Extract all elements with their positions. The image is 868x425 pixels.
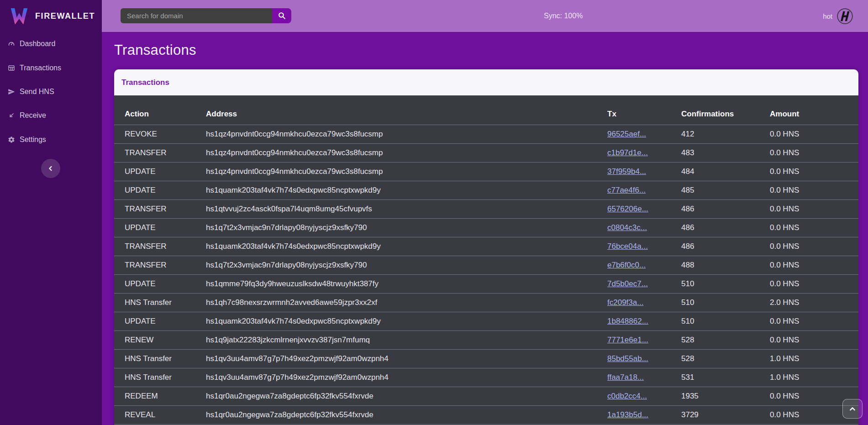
sidebar-item-settings[interactable]: Settings bbox=[0, 128, 102, 152]
chevron-up-icon bbox=[848, 404, 857, 414]
sidebar-item-dashboard[interactable]: Dashboard bbox=[0, 32, 102, 56]
confirmations-cell: 486 bbox=[681, 200, 770, 219]
sidebar-nav: Dashboard Transactions Send HNS Receive … bbox=[0, 32, 102, 152]
wallet-name: hot bbox=[823, 12, 832, 20]
firewallet-logo-icon bbox=[9, 7, 29, 26]
amount-cell: 0.0 HNS bbox=[770, 256, 858, 275]
tx-link[interactable]: 85bd55ab... bbox=[607, 354, 648, 363]
scroll-to-top-button[interactable] bbox=[842, 399, 863, 419]
action-cell: TRANSFER bbox=[114, 200, 206, 219]
wallet-indicator: hot bbox=[823, 0, 853, 32]
sidebar-item-label: Receive bbox=[20, 111, 46, 120]
tx-link[interactable]: e7b6f0c0... bbox=[607, 261, 646, 269]
action-cell: TRANSFER bbox=[114, 237, 206, 256]
address-cell: hs1qz4pnvdnt0ccg94nmkhcu0ezca79wc3s8fucs… bbox=[206, 144, 607, 163]
sidebar-item-receive[interactable]: Receive bbox=[0, 104, 102, 127]
sidebar-item-transactions[interactable]: Transactions bbox=[0, 56, 102, 79]
action-cell: TRANSFER bbox=[114, 256, 206, 275]
table-row: TRANSFER hs1qz4pnvdnt0ccg94nmkhcu0ezca79… bbox=[114, 144, 858, 163]
address-cell: hs1qtvvuj2zc4asck0fspa7l4uqm8umg45cfvupv… bbox=[206, 200, 607, 219]
search-input[interactable] bbox=[121, 8, 272, 23]
confirmations-cell: 484 bbox=[681, 163, 770, 181]
handshake-logo-icon[interactable] bbox=[837, 8, 853, 24]
amount-cell: 0.0 HNS bbox=[770, 275, 858, 294]
confirmations-cell: 510 bbox=[681, 275, 770, 294]
sync-status: Sync: 100% bbox=[544, 0, 583, 32]
confirmations-cell: 485 bbox=[681, 181, 770, 200]
amount-cell: 0.0 HNS bbox=[770, 181, 858, 200]
action-cell: UPDATE bbox=[114, 312, 206, 331]
action-cell: HNS Transfer bbox=[114, 350, 206, 368]
address-cell: hs1qr0au2ngegwa7za8gdeptc6fp32fkv554fxrv… bbox=[206, 387, 607, 406]
confirmations-cell: 528 bbox=[681, 331, 770, 350]
tx-link[interactable]: 76bce04a... bbox=[607, 242, 648, 251]
domain-search bbox=[121, 8, 291, 23]
tx-link[interactable]: fc209f3a... bbox=[607, 298, 643, 307]
confirmations-cell: 528 bbox=[681, 350, 770, 368]
amount-cell: 0.0 HNS bbox=[770, 219, 858, 237]
amount-cell: 0.0 HNS bbox=[770, 312, 858, 331]
confirmations-cell: 488 bbox=[681, 256, 770, 275]
tx-link[interactable]: c0db2cc4... bbox=[607, 392, 647, 400]
sidebar: FIREWALLET Dashboard Transactions Send H… bbox=[0, 0, 102, 425]
confirmations-cell: 486 bbox=[681, 237, 770, 256]
page-title: Transactions bbox=[114, 42, 196, 58]
dashboard-icon bbox=[8, 40, 15, 47]
sidebar-item-label: Dashboard bbox=[20, 40, 55, 48]
chevron-left-icon bbox=[47, 164, 55, 173]
tx-link[interactable]: ffaa7a18... bbox=[607, 373, 644, 382]
sidebar-item-label: Settings bbox=[20, 136, 46, 144]
brand-name: FIREWALLET bbox=[35, 11, 95, 21]
tx-link[interactable]: c0804c3c... bbox=[607, 223, 647, 232]
action-cell: UPDATE bbox=[114, 163, 206, 181]
sidebar-item-label: Transactions bbox=[20, 64, 61, 72]
card-title: Transactions bbox=[121, 78, 169, 87]
tx-link[interactable]: c1b97d1e... bbox=[607, 148, 648, 157]
tx-link[interactable]: 37f959b4... bbox=[607, 167, 646, 176]
address-cell: hs1q7t2x3vmjac9n7drlapy08nyjyscjz9xsfky7… bbox=[206, 256, 607, 275]
receive-icon bbox=[8, 112, 15, 119]
topbar: Sync: 100% hot bbox=[102, 0, 868, 32]
confirmations-cell: 510 bbox=[681, 294, 770, 312]
address-cell: hs1qr0au2ngegwa7za8gdeptc6fp32fkv554fxrv… bbox=[206, 406, 607, 425]
confirmations-cell: 483 bbox=[681, 144, 770, 163]
tx-link[interactable]: 1b848862... bbox=[607, 317, 648, 325]
transactions-table-wrap: Action Address Tx Confirmations Amount R… bbox=[114, 95, 858, 425]
action-cell: HNS Transfer bbox=[114, 368, 206, 387]
confirmations-cell: 486 bbox=[681, 219, 770, 237]
transactions-table-body: REVOKE hs1qz4pnvdnt0ccg94nmkhcu0ezca79wc… bbox=[114, 125, 858, 425]
amount-cell: 0.0 HNS bbox=[770, 331, 858, 350]
search-button[interactable] bbox=[272, 8, 291, 23]
tx-link[interactable]: 7771e6e1... bbox=[607, 336, 648, 344]
table-row: RENEW hs1q9jatx22283jzkcmlrnenjxvvzv387j… bbox=[114, 331, 858, 350]
tx-link[interactable]: c77ae4f6... bbox=[607, 186, 646, 194]
amount-cell: 0.0 HNS bbox=[770, 125, 858, 144]
address-cell: hs1qv3uu4amv87g7p7h49xez2pmzwjf92am0wzpn… bbox=[206, 368, 607, 387]
transactions-icon bbox=[8, 64, 15, 72]
tx-link[interactable]: 1a193b5d... bbox=[607, 410, 648, 419]
address-cell: hs1qmme79fq3dy9hweuzuslksdw48trwuyhkt387… bbox=[206, 275, 607, 294]
sidebar-collapse-button[interactable] bbox=[41, 159, 60, 178]
column-header-confirmations: Confirmations bbox=[681, 95, 770, 125]
tx-link[interactable]: 96525aef... bbox=[607, 130, 646, 138]
action-cell: RENEW bbox=[114, 331, 206, 350]
table-row: UPDATE hs1qmme79fq3dy9hweuzuslksdw48trwu… bbox=[114, 275, 858, 294]
address-cell: hs1qz4pnvdnt0ccg94nmkhcu0ezca79wc3s8fucs… bbox=[206, 125, 607, 144]
tx-link[interactable]: 6576206e... bbox=[607, 205, 648, 213]
table-row: REVOKE hs1qz4pnvdnt0ccg94nmkhcu0ezca79wc… bbox=[114, 125, 858, 144]
sidebar-item-send-hns[interactable]: Send HNS bbox=[0, 80, 102, 104]
confirmations-cell: 3729 bbox=[681, 406, 770, 425]
action-cell: UPDATE bbox=[114, 275, 206, 294]
address-cell: hs1qv3uu4amv87g7p7h49xez2pmzwjf92am0wzpn… bbox=[206, 350, 607, 368]
table-row: HNS Transfer hs1qv3uu4amv87g7p7h49xez2pm… bbox=[114, 368, 858, 387]
column-header-tx: Tx bbox=[607, 95, 681, 125]
table-row: UPDATE hs1quamk203taf4vk7h74s0edxpwc85nc… bbox=[114, 312, 858, 331]
column-header-address: Address bbox=[206, 95, 607, 125]
address-cell: hs1quamk203taf4vk7h74s0edxpwc85ncptxwpkd… bbox=[206, 312, 607, 331]
amount-cell: 0.0 HNS bbox=[770, 237, 858, 256]
table-row: UPDATE hs1qz4pnvdnt0ccg94nmkhcu0ezca79wc… bbox=[114, 163, 858, 181]
action-cell: TRANSFER bbox=[114, 144, 206, 163]
transactions-card: Transactions Action Address Tx Confirmat… bbox=[114, 69, 858, 425]
amount-cell: 0.0 HNS bbox=[770, 144, 858, 163]
tx-link[interactable]: 7d5b0ec7... bbox=[607, 279, 648, 288]
